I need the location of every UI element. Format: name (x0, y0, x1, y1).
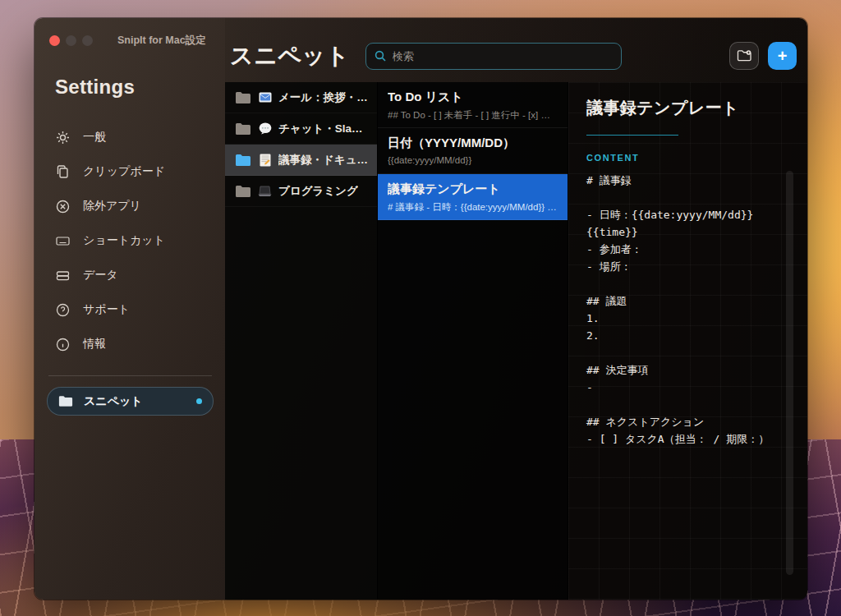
circle-x-icon (56, 200, 70, 214)
new-folder-button[interactable] (729, 42, 759, 70)
sidebar-item-label: クリップボード (83, 164, 165, 179)
snippet-row-todo[interactable]: To Do リスト ## To Do - [ ] 未着手 - [ ] 進行中 -… (378, 82, 568, 128)
folder-label: メール：挨拶・… (278, 90, 368, 105)
active-dot-badge (196, 398, 202, 404)
sidebar-item-label: ショートカット (83, 233, 165, 248)
sidebar-item-clipboard[interactable]: クリップボード (34, 154, 225, 189)
folder-row-minutes[interactable]: 議事録・ドキュ… (225, 145, 377, 176)
folder-icon (235, 185, 251, 198)
folder-row-chat[interactable]: チャット・Sla… (225, 113, 377, 145)
add-snippet-button[interactable]: + (768, 42, 797, 70)
snippet-detail-panel: 議事録テンプレート CONTENT # 議事録 - 日時：{{date:yyyy… (568, 82, 807, 600)
snippet-title: To Do リスト (388, 90, 558, 105)
sidebar-item-support[interactable]: サポート (34, 292, 225, 327)
drive-icon (56, 269, 70, 283)
detail-divider (586, 135, 678, 136)
sidebar-item-snippets[interactable]: スニペット (47, 387, 214, 416)
snippet-row-date[interactable]: 日付（YYYY/MM/DD） {{date:yyyy/MM/dd}} (378, 128, 568, 174)
memo-icon (258, 153, 272, 167)
header-actions: + (729, 42, 797, 70)
app-window: SnipIt for Mac設定 Settings 一般 クリップボード 除 (34, 18, 807, 600)
vertical-scrollbar[interactable] (786, 171, 793, 575)
sidebar-divider (48, 375, 212, 376)
snippet-row-minutes-template[interactable]: 議事録テンプレート # 議事録 - 日時：{{date:yyyy/MM/dd}}… (378, 174, 568, 220)
snippet-list: To Do リスト ## To Do - [ ] 未着手 - [ ] 進行中 -… (378, 82, 568, 600)
sidebar-item-shortcuts[interactable]: ショートカット (34, 223, 225, 258)
main-area: スニペット + (225, 18, 807, 600)
sidebar-nav: 一般 クリップボード 除外アプリ ショートカット (34, 120, 225, 361)
info-circle-icon (56, 338, 70, 352)
gear-icon (56, 131, 70, 145)
folder-add-icon (737, 49, 752, 62)
close-button[interactable] (49, 35, 60, 46)
snippet-subtitle: # 議事録 - 日時：{{date:yyyy/MM/dd}} {… (388, 201, 558, 214)
keyboard-icon (56, 234, 70, 248)
sidebar-item-data[interactable]: データ (34, 258, 225, 292)
folder-row-programming[interactable]: プログラミング (225, 176, 377, 207)
sidebar-item-label: 除外アプリ (83, 199, 141, 214)
sidebar-item-label: 情報 (83, 337, 106, 352)
snippet-title: 議事録テンプレート (388, 182, 558, 197)
content-section-label: CONTENT (586, 153, 792, 163)
traffic-lights (49, 35, 93, 46)
folder-row-mail[interactable]: メール：挨拶・… (225, 82, 377, 113)
sidebar-item-excluded-apps[interactable]: 除外アプリ (34, 189, 225, 223)
clipboard-icon (56, 165, 70, 179)
laptop-icon (258, 184, 272, 198)
sidebar-item-label: スニペット (84, 394, 143, 409)
sidebar-item-label: サポート (83, 302, 130, 317)
snippet-subtitle: ## To Do - [ ] 未着手 - [ ] 進行中 - [x] 完了 (388, 109, 558, 122)
chat-icon (258, 122, 272, 136)
minimize-button[interactable] (66, 35, 76, 46)
settings-heading: Settings (55, 76, 225, 99)
window-title: SnipIt for Mac設定 (117, 34, 206, 48)
page-title: スニペット (230, 40, 350, 71)
folder-label: 議事録・ドキュ… (278, 153, 368, 168)
folder-icon (235, 91, 251, 104)
titlebar: SnipIt for Mac設定 (34, 18, 225, 49)
question-circle-icon (56, 303, 70, 317)
folder-label: プログラミング (278, 184, 358, 199)
sidebar: SnipIt for Mac設定 Settings 一般 クリップボード 除 (34, 18, 225, 600)
search-box[interactable] (365, 43, 622, 70)
search-icon (375, 50, 386, 62)
sidebar-item-general[interactable]: 一般 (34, 120, 225, 154)
sidebar-item-label: 一般 (83, 130, 106, 145)
folder-list: メール：挨拶・… チャット・Sla… 議事録・ドキュ… (225, 82, 378, 600)
snippet-title: 日付（YYYY/MM/DD） (388, 136, 558, 151)
main-header: スニペット + (225, 18, 807, 82)
sidebar-item-info[interactable]: 情報 (34, 327, 225, 361)
folder-icon (58, 395, 73, 407)
detail-title: 議事録テンプレート (586, 97, 792, 119)
plus-icon: + (778, 48, 788, 64)
search-input[interactable] (393, 50, 613, 62)
email-icon (258, 90, 272, 104)
sidebar-item-label: データ (83, 268, 118, 283)
snippet-content: # 議事録 - 日時：{{date:yyyy/MM/dd}} {{time}} … (586, 172, 792, 448)
folder-label: チャット・Sla… (278, 122, 363, 136)
zoom-button[interactable] (82, 35, 93, 46)
content-area: メール：挨拶・… チャット・Sla… 議事録・ドキュ… (225, 82, 807, 600)
folder-icon (235, 122, 251, 136)
folder-icon-selected (235, 154, 251, 167)
snippet-subtitle: {{date:yyyy/MM/dd}} (388, 155, 558, 165)
